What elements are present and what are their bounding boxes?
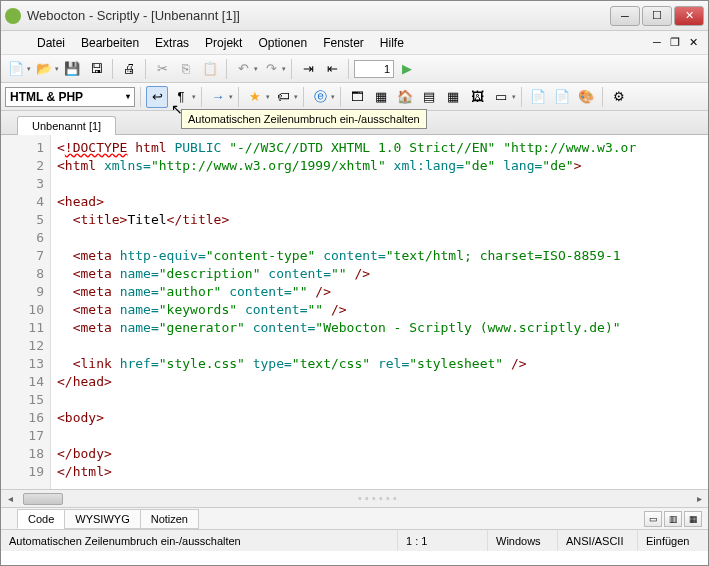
view-mode-1-button[interactable]: ▭ xyxy=(644,511,662,527)
special-chars-button[interactable]: ¶ xyxy=(170,86,192,108)
code-line[interactable]: <meta http-equiv="content-type" content=… xyxy=(57,247,702,265)
home-button[interactable]: 🏠 xyxy=(394,86,416,108)
arrow-button[interactable]: → xyxy=(207,86,229,108)
menu-projekt[interactable]: Projekt xyxy=(197,33,250,53)
dropdown-arrow-icon[interactable]: ▾ xyxy=(27,65,31,73)
code-line[interactable] xyxy=(57,427,702,445)
scroll-grip-icon: ∘∘∘∘∘∘ xyxy=(357,494,397,504)
statusbar: Automatischen Zeilenumbruch ein-/ausscha… xyxy=(1,529,708,551)
code-line[interactable]: </html> xyxy=(57,463,702,481)
dropdown-arrow-icon[interactable]: ▾ xyxy=(331,93,335,101)
redo-button[interactable]: ↷ xyxy=(260,58,282,80)
window-button[interactable]: 🗔 xyxy=(346,86,368,108)
browser-preview-button[interactable]: ⓔ xyxy=(309,86,331,108)
code-line[interactable]: <title>Titel</title> xyxy=(57,211,702,229)
dropdown-arrow-icon[interactable]: ▾ xyxy=(512,93,516,101)
app-icon xyxy=(5,8,21,24)
grid-button[interactable]: ▦ xyxy=(442,86,464,108)
color-picker-button[interactable]: 🎨 xyxy=(575,86,597,108)
code-line[interactable]: <body> xyxy=(57,409,702,427)
scroll-right-icon[interactable]: ▸ xyxy=(690,493,708,504)
cut-button[interactable]: ✂ xyxy=(151,58,173,80)
dropdown-arrow-icon[interactable]: ▾ xyxy=(266,93,270,101)
menu-bearbeiten[interactable]: Bearbeiten xyxy=(73,33,147,53)
code-line[interactable]: </body> xyxy=(57,445,702,463)
code-line[interactable]: <meta name="author" content="" /> xyxy=(57,283,702,301)
code-line[interactable]: <link href="style.css" type="text/css" r… xyxy=(57,355,702,373)
tags-button[interactable]: 🏷 xyxy=(272,86,294,108)
file-tab[interactable]: Unbenannt [1] xyxy=(17,116,116,135)
bottom-tab-wysiwyg[interactable]: WYSIWYG xyxy=(64,509,140,529)
menu-optionen[interactable]: Optionen xyxy=(250,33,315,53)
menubar: DateiBearbeitenExtrasProjektOptionenFens… xyxy=(1,31,708,55)
mdi-close-icon[interactable]: ✕ xyxy=(686,36,700,50)
code-line[interactable]: <meta name="keywords" content="" /> xyxy=(57,301,702,319)
run-button[interactable]: ▶ xyxy=(396,58,418,80)
dropdown-arrow-icon[interactable]: ▾ xyxy=(282,65,286,73)
dropdown-arrow-icon[interactable]: ▾ xyxy=(229,93,233,101)
image-button[interactable]: 🖼 xyxy=(466,86,488,108)
bottom-tab-notizen[interactable]: Notizen xyxy=(140,509,199,529)
dropdown-arrow-icon[interactable]: ▾ xyxy=(254,65,258,73)
doc1-button[interactable]: 📄 xyxy=(527,86,549,108)
status-hint: Automatischen Zeilenumbruch ein-/ausscha… xyxy=(1,530,398,551)
favorite-button[interactable]: ★ xyxy=(244,86,266,108)
view-mode-2-button[interactable]: ▥ xyxy=(664,511,682,527)
code-line[interactable] xyxy=(57,337,702,355)
editor[interactable]: 12345678910111213141516171819 <!DOCTYPE … xyxy=(1,135,708,489)
close-button[interactable]: ✕ xyxy=(674,6,704,26)
view-mode-3-button[interactable]: ▦ xyxy=(684,511,702,527)
toolbar-main: 📄▾ 📂▾ 💾 🖫 🖨 ✂ ⎘ 📋 ↶▾ ↷▾ ⇥ ⇤ ▶ xyxy=(1,55,708,83)
doc2-button[interactable]: 📄 xyxy=(551,86,573,108)
window-title: Webocton - Scriptly - [Unbenannt [1]] xyxy=(27,8,608,23)
code-line[interactable] xyxy=(57,229,702,247)
indent-button[interactable]: ⇥ xyxy=(297,58,319,80)
code-line[interactable] xyxy=(57,391,702,409)
minimize-button[interactable]: ─ xyxy=(610,6,640,26)
language-label: HTML & PHP xyxy=(10,90,83,104)
bottom-tabbar: CodeWYSIWYGNotizen ▭ ▥ ▦ xyxy=(1,507,708,529)
open-file-button[interactable]: 📂 xyxy=(33,58,55,80)
status-encoding: ANSI/ASCII xyxy=(558,530,638,551)
palette-button[interactable]: ▭ xyxy=(490,86,512,108)
menu-extras[interactable]: Extras xyxy=(147,33,197,53)
outdent-button[interactable]: ⇤ xyxy=(321,58,343,80)
code-area[interactable]: <!DOCTYPE html PUBLIC "-//W3C//DTD XHTML… xyxy=(51,135,708,489)
bottom-tab-code[interactable]: Code xyxy=(17,509,65,529)
save-all-button[interactable]: 🖫 xyxy=(85,58,107,80)
horizontal-scrollbar[interactable]: ◂ ∘∘∘∘∘∘ ▸ xyxy=(1,489,708,507)
paste-button[interactable]: 📋 xyxy=(199,58,221,80)
new-file-button[interactable]: 📄 xyxy=(5,58,27,80)
code-line[interactable]: <head> xyxy=(57,193,702,211)
maximize-button[interactable]: ☐ xyxy=(642,6,672,26)
dropdown-arrow-icon[interactable]: ▾ xyxy=(192,93,196,101)
code-line[interactable]: <meta name="generator" content="Webocton… xyxy=(57,319,702,337)
print-button[interactable]: 🖨 xyxy=(118,58,140,80)
copy-button[interactable]: ⎘ xyxy=(175,58,197,80)
file-tab-label: Unbenannt [1] xyxy=(32,120,101,132)
tool-button[interactable]: ⚙ xyxy=(608,86,630,108)
panel-button[interactable]: ▦ xyxy=(370,86,392,108)
menu-datei[interactable]: Datei xyxy=(29,33,73,53)
code-line[interactable]: <meta name="description" content="" /> xyxy=(57,265,702,283)
code-line[interactable]: <!DOCTYPE html PUBLIC "-//W3C//DTD XHTML… xyxy=(57,139,702,157)
word-wrap-button[interactable]: ↩ xyxy=(146,86,168,108)
status-position: 1 : 1 xyxy=(398,530,488,551)
mdi-minimize-icon[interactable]: ─ xyxy=(650,36,664,50)
undo-button[interactable]: ↶ xyxy=(232,58,254,80)
code-line[interactable]: </head> xyxy=(57,373,702,391)
separator xyxy=(602,87,603,107)
menu-hilfe[interactable]: Hilfe xyxy=(372,33,412,53)
dropdown-arrow-icon[interactable]: ▾ xyxy=(294,93,298,101)
language-combo[interactable]: HTML & PHP ▾ xyxy=(5,87,135,107)
dropdown-arrow-icon[interactable]: ▾ xyxy=(55,65,59,73)
menu-fenster[interactable]: Fenster xyxy=(315,33,372,53)
save-button[interactable]: 💾 xyxy=(61,58,83,80)
code-line[interactable] xyxy=(57,175,702,193)
scroll-thumb[interactable] xyxy=(23,493,63,505)
calendar-button[interactable]: ▤ xyxy=(418,86,440,108)
mdi-restore-icon[interactable]: ❐ xyxy=(668,36,682,50)
scroll-left-icon[interactable]: ◂ xyxy=(1,493,19,504)
goto-line-input[interactable] xyxy=(354,60,394,78)
code-line[interactable]: <html xmlns="http://www.w3.org/1999/xhtm… xyxy=(57,157,702,175)
